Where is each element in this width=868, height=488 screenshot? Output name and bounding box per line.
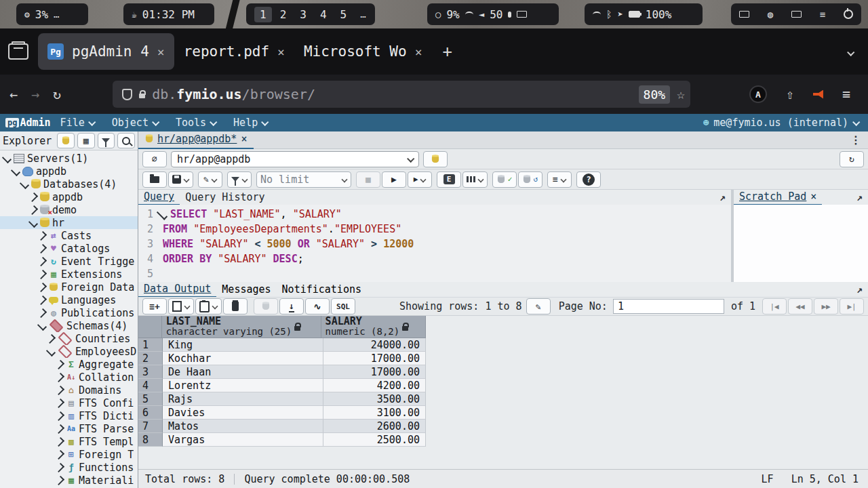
browser-tab-report[interactable]: report.pdf ×: [174, 33, 294, 70]
cell-salary[interactable]: 17000.00: [323, 365, 426, 379]
add-row-button[interactable]: ≡+: [142, 298, 167, 314]
macros-button[interactable]: ≡: [547, 171, 572, 188]
tree-item-employeesd[interactable]: EmployeesD: [0, 345, 138, 358]
table-row[interactable]: 6Davies3100.00: [138, 406, 426, 420]
expand-editor-icon[interactable]: ↗: [719, 191, 726, 203]
limit-select[interactable]: No limit: [256, 171, 351, 188]
user-menu[interactable]: ☻ me@fymio.us (internal): [703, 117, 859, 129]
expand-caret-icon[interactable]: [37, 256, 47, 266]
last-page-button[interactable]: ▶|: [840, 298, 864, 314]
workspace-4[interactable]: 4: [315, 7, 332, 22]
expand-caret-icon[interactable]: [55, 436, 64, 446]
cell-last-name[interactable]: King: [163, 338, 323, 352]
tab-scratch-pad[interactable]: Scratch Pad×: [734, 189, 822, 205]
tree-item-foreign-data[interactable]: Foreign Data: [0, 281, 138, 293]
tab-query[interactable]: Query: [138, 189, 180, 205]
expand-caret-icon[interactable]: [55, 372, 64, 382]
new-tab-button[interactable]: +: [442, 42, 452, 61]
save-results-button[interactable]: ↓: [279, 298, 304, 314]
delete-row-button[interactable]: [223, 298, 248, 314]
expand-caret-icon[interactable]: [28, 205, 38, 214]
header-row-number[interactable]: [138, 316, 162, 338]
cell-salary[interactable]: 3100.00: [323, 406, 426, 420]
table-row[interactable]: 5Rajs3500.00: [138, 392, 426, 406]
code-line[interactable]: 3WHERE "SALARY" < 5000 OR "SALARY" > 120…: [138, 237, 731, 251]
tree-item-aggregate[interactable]: ΣAggregate: [0, 358, 138, 371]
expand-caret-icon[interactable]: [28, 192, 38, 201]
tree-item-fts-templ[interactable]: ▩FTS Templ: [0, 435, 138, 448]
edit-button[interactable]: ✎: [198, 171, 222, 188]
clock-indicator[interactable]: ☕ 01:32 PM: [123, 3, 214, 25]
extension-icon[interactable]: [813, 90, 823, 99]
close-tab-icon[interactable]: ×: [277, 45, 285, 59]
dependencies-button[interactable]: ▦: [77, 133, 95, 148]
sql-button[interactable]: SQL: [331, 298, 355, 314]
table-row[interactable]: 7Matos2600.00: [138, 420, 426, 433]
expand-caret-icon[interactable]: [37, 269, 47, 279]
help-button[interactable]: ?: [576, 171, 601, 188]
cell-last-name[interactable]: De Haan: [163, 365, 323, 379]
column-header-salary[interactable]: SALARY numeric (8,2): [321, 316, 426, 338]
workspace-5[interactable]: 5: [335, 7, 353, 22]
disconnect-button[interactable]: ⌀: [142, 151, 167, 167]
tree-item-fts-dicti[interactable]: ▥FTS Dicti: [0, 409, 138, 422]
next-page-button[interactable]: ▶▶: [814, 298, 838, 314]
code-line[interactable]: 4ORDER BY "SALARY" DESC;: [138, 251, 731, 266]
tree-item-casts[interactable]: ⇄Casts: [0, 229, 138, 242]
lock-icon[interactable]: [139, 94, 145, 98]
expand-results-icon[interactable]: ↗: [856, 283, 863, 296]
collapse-caret-icon[interactable]: [20, 179, 29, 188]
collapse-caret-icon[interactable]: [11, 166, 20, 176]
table-row[interactable]: 8Vargas2500.00: [138, 433, 426, 447]
object-browser-button[interactable]: [57, 133, 75, 148]
tab-query-history[interactable]: Query History: [180, 190, 270, 205]
table-row[interactable]: 4Lorentz4200.00: [138, 379, 426, 392]
paste-button[interactable]: [195, 298, 222, 314]
tree-item-collation[interactable]: A↓Collation: [0, 371, 138, 384]
scratch-pad-body[interactable]: [734, 205, 868, 282]
code-line[interactable]: 1SELECT "LAST_NAME", "SALARY": [138, 207, 731, 222]
expand-caret-icon[interactable]: [37, 282, 47, 291]
tree-item-domains[interactable]: ⌂Domains: [0, 384, 138, 396]
explain-button[interactable]: E: [437, 171, 461, 188]
cell-last-name[interactable]: Rajs: [163, 392, 323, 406]
tree-item-foreign-t[interactable]: ⊞Foreign T: [0, 448, 138, 461]
menu-object[interactable]: Object: [112, 117, 158, 129]
row-number[interactable]: 1: [138, 338, 163, 352]
shield-icon[interactable]: [122, 89, 132, 100]
cell-salary[interactable]: 2600.00: [323, 420, 426, 433]
save-file-button[interactable]: [168, 171, 193, 188]
save-data-button[interactable]: [254, 298, 278, 314]
browser-tab-word[interactable]: Microsoft Wo ×: [294, 33, 432, 70]
sql-editor[interactable]: 1SELECT "LAST_NAME", "SALARY"2FROM "Empl…: [138, 205, 731, 282]
commit-button[interactable]: ✓: [492, 171, 517, 188]
row-number[interactable]: 8: [138, 433, 163, 447]
edit-range-button[interactable]: ✎: [526, 298, 551, 314]
bookmark-star-icon[interactable]: ☆: [677, 86, 685, 102]
tree-item-fts-confi[interactable]: ▤FTS Confi: [0, 396, 138, 409]
cell-salary[interactable]: 17000.00: [323, 352, 426, 365]
row-number[interactable]: 2: [138, 352, 163, 365]
expand-caret-icon[interactable]: [37, 295, 47, 304]
share-icon[interactable]: ⇧: [786, 86, 794, 102]
collapse-caret-icon[interactable]: [2, 153, 12, 163]
page-no-input[interactable]: 1: [613, 299, 724, 314]
tab-data-output[interactable]: Data Output: [138, 281, 216, 298]
close-tab-icon[interactable]: ×: [415, 45, 422, 59]
first-page-button[interactable]: |◀: [762, 298, 787, 314]
tab-notifications[interactable]: Notifications: [277, 282, 367, 297]
search-button[interactable]: [117, 133, 135, 148]
tree-item-materiali[interactable]: ▦Materiali: [0, 474, 138, 487]
prev-page-button[interactable]: ◀◀: [788, 298, 812, 314]
expand-caret-icon[interactable]: [55, 424, 64, 433]
cell-last-name[interactable]: Matos: [163, 420, 323, 433]
expand-caret-icon[interactable]: [55, 475, 64, 485]
menu-tools[interactable]: Tools: [176, 117, 216, 129]
column-header-last-name[interactable]: LAST_NAME character varying (25): [162, 316, 321, 338]
execute-options-button[interactable]: ▶: [408, 171, 432, 188]
tree-item-demo[interactable]: demo: [0, 203, 138, 216]
system-tray[interactable]: ◍ ≡: [731, 3, 861, 25]
zoom-level-badge[interactable]: 80%: [639, 85, 671, 104]
cell-salary[interactable]: 3500.00: [323, 392, 426, 406]
open-file-button[interactable]: [142, 171, 167, 188]
